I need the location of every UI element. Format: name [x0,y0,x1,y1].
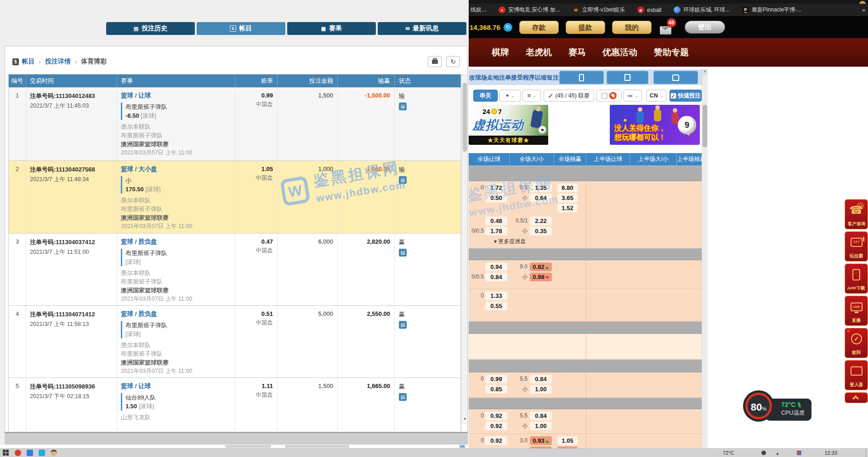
sidebar-launcher[interactable]: 登入器 [845,360,868,390]
odds-cell[interactable]: 0.84 [530,375,552,383]
col-ht-overunder[interactable]: 上半场大/小 [630,153,676,166]
col-ft-moneyline[interactable]: 全场独赢 [554,153,586,166]
col-ft-overunder[interactable]: 全场大/小 [509,153,554,166]
odds-cell[interactable]: 6.80 [557,183,578,192]
taskbar-app-avatar[interactable] [51,450,57,456]
notice-betslip-button[interactable] [653,71,698,84]
tray-color-icon[interactable] [797,451,801,455]
nav-promotions[interactable]: 优惠活动 [602,46,637,58]
sidebar-app-download[interactable]: APP下载 [845,263,868,294]
parlay-button[interactable]: 串关 [473,90,498,102]
odds-cell[interactable]: 1.00 [530,385,552,394]
odds-cell[interactable]: 0.99 [485,375,507,383]
odds-cell[interactable]: 0.85 [485,385,507,394]
bet-type-link[interactable]: 篮球 / 让球 [121,91,151,100]
bookmark-item[interactable]: 立即博-v1bet娱乐 [573,6,625,14]
taskbar-app-red[interactable] [15,450,21,456]
my-account-button[interactable]: 我的 [612,21,652,34]
sidebar-live-stream[interactable]: LIVE 直播 [845,296,868,326]
lottery-banner[interactable]: 9 没人关得住你， 想玩哪都可以！ [610,105,700,145]
scrollbar-thumb[interactable] [463,83,467,152]
breadcrumb-betdetail-link[interactable]: 投注详情 [45,57,71,66]
odds-cell[interactable]: 0.92 [485,436,507,445]
odds-cell[interactable]: 1.72 [485,183,507,192]
receipt-badge-icon[interactable]: ▤ [399,103,407,110]
sidebar-slots[interactable]: 777 玩拉霸 [845,231,868,262]
bet-type-link[interactable]: 篮球 / 让球 [121,382,151,390]
refresh-balance-icon[interactable]: ↻ [504,23,512,32]
nav-slots[interactable]: 老虎机 [526,46,552,58]
odds-cell[interactable]: 3.65 [557,194,578,202]
show-desktop-button[interactable] [866,449,868,457]
col-ft-handicap[interactable]: 全场让球 [469,153,509,166]
col-ht-handicap[interactable]: 上半场让球 [586,153,630,166]
odds-cell[interactable]: 0.84 [485,273,507,281]
odds-cell[interactable]: 0.55 [485,302,507,310]
taskbar-clock[interactable]: 12:33 [824,450,837,456]
withdraw-button[interactable]: 提款 [566,21,605,34]
deposit-button[interactable]: 存款 [519,21,559,34]
virtual-sports-banner[interactable]: 24 7 虚拟运动 ★天天有球赛★ [469,105,548,145]
odds-cell[interactable]: 0.82 [530,263,552,271]
odds-cell[interactable]: 0.92 [485,422,507,430]
table-row[interactable]: 4 注单号码:111304071412 2021/3/7 上午 11:58:13… [9,306,461,378]
table-row[interactable]: 5 注单号码:111305098936 2021/3/7 下午 02:18:15… [9,378,461,432]
table-row[interactable]: 2 注单号码:111304027568 2021/3/7 上午 11:48:34… [9,161,461,234]
scroll-down-arrow-icon[interactable]: ▾ [462,417,467,423]
view-mode-button[interactable]: ≔ ⌄ [624,90,642,102]
odds-cell[interactable]: 1.05 [557,436,578,445]
odds-cell[interactable]: 1.52 [557,204,578,212]
more-asian-handicap-link[interactable]: ▾ 更多亚洲盘 [469,236,702,247]
odds-cell[interactable] [530,446,552,449]
hot-filter-button[interactable] [596,90,622,102]
receipt-badge-icon[interactable]: ▤ [399,393,407,401]
sidebar-customer-service[interactable]: ☎ 24 客户咨询 [845,199,868,229]
notice-mobile-button[interactable] [559,71,604,84]
checkbox[interactable] [601,93,607,99]
receipt-badge-icon[interactable]: ▤ [399,321,407,329]
quick-bet-button[interactable]: ✓ 快速投注 [669,90,702,102]
modal-scrollbar[interactable]: ▾ [462,74,468,423]
league-filter-button[interactable]: ✓ (45 / 45) 联赛 [544,90,594,102]
tab-account[interactable]: $ 帐目 [197,22,285,35]
sidebar-checkin[interactable]: ✓ 签到 [845,328,868,358]
refresh-button[interactable]: ↻ [446,56,460,67]
notice-statement-button[interactable] [607,71,648,84]
odds-cell[interactable]: 0.92 [485,411,507,420]
odds-cell[interactable]: 0.93 [530,436,552,445]
tray-expand-icon[interactable]: ▴ [776,451,778,456]
bet-type-link[interactable]: 篮球 / 大小盘 [121,165,157,173]
odds-cell[interactable]: 2.22 [530,217,552,225]
odds-cell[interactable] [557,446,578,449]
bet-type-link[interactable]: 篮球 / 胜负盘 [121,238,157,246]
odds-cell[interactable]: 1.35 [530,183,552,192]
bookmark-item[interactable]: 线娱... [471,6,486,14]
odds-cell[interactable]: 1.78 [485,227,507,235]
scrollbar-thumb[interactable] [703,105,707,147]
bookmark-item[interactable]: esball [637,6,661,13]
bookmark-item[interactable]: 最新Pinnacle平博-... [742,6,801,14]
odds-cell[interactable]: 0.84 [530,411,552,420]
nav-chess[interactable]: 棋牌 [492,46,509,58]
table-row[interactable]: 1 注单号码:111304012483 2021/3/7 上午 11:45:03… [9,87,461,161]
taskbar-app-blue[interactable] [27,450,33,456]
bet-type-link[interactable]: 篮球 / 胜负盘 [121,310,157,318]
tab-results[interactable]: ▦ 赛果 [287,22,376,35]
bookmarks-overflow-icon[interactable]: » [862,6,865,13]
nav-horse-racing[interactable]: 赛马 [568,46,586,58]
nav-sponsorship[interactable]: 赞助专题 [654,46,689,58]
odds-cell[interactable]: 0.98 [530,273,552,281]
tab-news[interactable]: ✉ 最新讯息 [378,22,466,35]
odds-cell[interactable]: 0.94 [485,263,507,271]
breadcrumb-account-link[interactable]: 帐目 [22,57,35,66]
bookmark-item[interactable]: 环球娱乐城, 环球... [674,6,730,14]
taskbar-app-teal[interactable] [39,450,45,456]
sidebar-collapse-button[interactable] [845,392,868,403]
logout-button[interactable]: 登出 [685,21,725,34]
receipt-badge-icon[interactable]: ▤ [399,249,407,257]
scroll-up-arrow-icon[interactable]: ▴ [702,69,708,75]
sort-button[interactable]: ≡ ⌄ [522,90,541,102]
odds-cell[interactable]: 0.48 [485,217,507,225]
windows-start-button[interactable] [3,450,9,456]
bookmark-item[interactable]: 安博电竞,安心博 放... [499,6,560,14]
